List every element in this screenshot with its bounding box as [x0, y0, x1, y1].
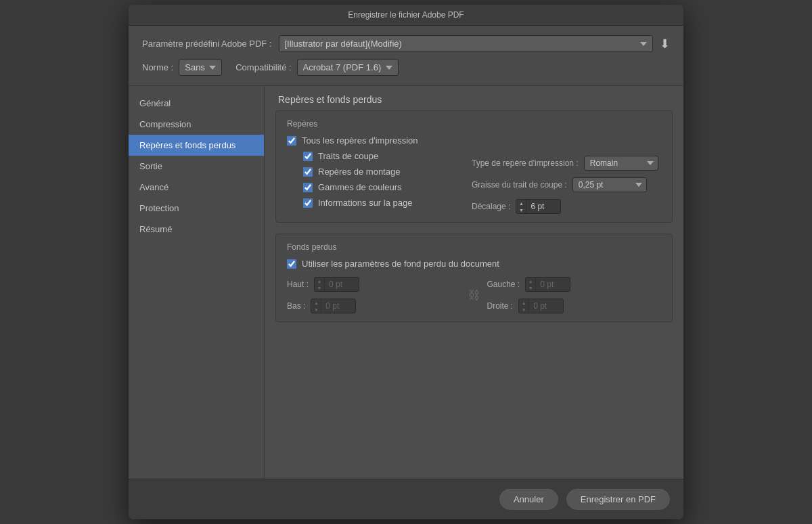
sub-checkboxes: Traits de coupe Repères de montage Gamme…	[303, 151, 458, 208]
fonds-center: ⛓	[468, 288, 480, 303]
tous-reperes-row: Tous les repères d'impression	[287, 135, 458, 146]
section-header: Repères et fonds perdus	[265, 86, 683, 110]
infos-page-label[interactable]: Informations sur la page	[318, 198, 412, 208]
save-button[interactable]: Enregistrer en PDF	[566, 489, 670, 510]
reperes-layout: Tous les repères d'impression Traits de …	[287, 135, 661, 214]
preset-select[interactable]: [Illustrator par défaut](Modifié)	[279, 35, 654, 52]
main-content: Général Compression Repères et fonds per…	[129, 86, 683, 479]
haut-label: Haut :	[287, 280, 309, 289]
preset-label: Paramètre prédéfini Adobe PDF :	[142, 39, 272, 49]
gauche-label: Gauche :	[487, 280, 520, 289]
gammes-label[interactable]: Gammes de couleurs	[318, 182, 402, 192]
droite-label: Droite :	[487, 301, 514, 311]
fonds-left: Haut : ▲ ▼ 0 pt Bas :	[287, 277, 461, 313]
sidebar-item-label: Sortie	[139, 161, 162, 171]
norme-row: Norme : Sans Compatibilité : Acrobat 7 (…	[142, 59, 670, 76]
title-bar: Enregistrer le fichier Adobe PDF	[129, 5, 683, 26]
footer: Annuler Enregistrer en PDF	[129, 479, 683, 519]
haut-value: 0 pt	[325, 278, 359, 290]
haut-arrows: ▲ ▼	[315, 278, 325, 291]
haut-up-arrow[interactable]: ▲	[315, 278, 324, 284]
norme-label: Norme :	[142, 62, 173, 72]
sidebar-item-label: Avancé	[139, 182, 168, 192]
top-section: Paramètre prédéfini Adobe PDF : [Illustr…	[129, 26, 683, 86]
graisse-row: Graisse du trait de coupe : 0,25 pt	[472, 177, 661, 192]
cancel-button[interactable]: Annuler	[499, 489, 558, 510]
infos-page-checkbox[interactable]	[303, 198, 313, 208]
graisse-select[interactable]: 0,25 pt	[572, 177, 647, 192]
sidebar-item-general[interactable]: Général	[129, 93, 264, 114]
sidebar-item-protection[interactable]: Protection	[129, 198, 264, 219]
gammes-row: Gammes de couleurs	[303, 182, 458, 192]
tous-reperes-label[interactable]: Tous les repères d'impression	[302, 135, 418, 146]
reperes-left: Tous les repères d'impression Traits de …	[287, 135, 458, 214]
norme-group: Norme : Sans	[142, 59, 222, 76]
dialog: Enregistrer le fichier Adobe PDF Paramèt…	[129, 5, 683, 519]
utiliser-params-checkbox[interactable]	[287, 259, 296, 269]
gauche-up-arrow[interactable]: ▲	[526, 278, 535, 284]
traits-coupe-label[interactable]: Traits de coupe	[318, 151, 378, 161]
gauche-row: Gauche : ▲ ▼ 0 pt	[487, 277, 662, 292]
bas-spinbox: ▲ ▼ 0 pt	[311, 299, 356, 313]
compat-label: Compatibilité :	[235, 62, 291, 72]
fonds-perdus-header: Fonds perdus	[287, 242, 661, 252]
decalage-up-arrow[interactable]: ▲	[516, 200, 526, 206]
norme-select[interactable]: Sans	[179, 59, 222, 76]
type-repere-select[interactable]: Romain	[584, 156, 658, 171]
bas-arrows: ▲ ▼	[311, 299, 321, 313]
decalage-label: Décalage :	[472, 202, 510, 211]
sidebar-item-reperes[interactable]: Repères et fonds perdus	[129, 135, 264, 156]
haut-down-arrow[interactable]: ▼	[315, 284, 324, 291]
fonds-right: Gauche : ▲ ▼ 0 pt Droite :	[487, 277, 662, 313]
reperes-right: Type de repère d'impression : Romain Gra…	[472, 135, 661, 214]
gauche-down-arrow[interactable]: ▼	[526, 284, 535, 291]
bas-down-arrow[interactable]: ▼	[311, 306, 321, 313]
preset-row: Paramètre prédéfini Adobe PDF : [Illustr…	[142, 35, 670, 52]
droite-row: Droite : ▲ ▼ 0 pt	[487, 299, 662, 313]
decalage-value: 6 pt	[526, 200, 560, 213]
sidebar: Général Compression Repères et fonds per…	[129, 86, 264, 479]
droite-value: 0 pt	[529, 300, 563, 312]
droite-spinbox: ▲ ▼ 0 pt	[518, 299, 564, 313]
decalage-down-arrow[interactable]: ▼	[516, 206, 526, 213]
sidebar-item-compression[interactable]: Compression	[129, 114, 264, 135]
droite-down-arrow[interactable]: ▼	[519, 306, 528, 313]
fonds-grid: Haut : ▲ ▼ 0 pt Bas :	[287, 277, 661, 313]
gammes-checkbox[interactable]	[303, 183, 313, 192]
tous-reperes-checkbox[interactable]	[287, 136, 296, 146]
bas-label: Bas :	[287, 301, 305, 311]
haut-row: Haut : ▲ ▼ 0 pt	[287, 277, 461, 292]
download-icon[interactable]: ⬇	[660, 37, 670, 51]
sidebar-item-label: Général	[139, 98, 171, 108]
reperes-group-header: Repères	[287, 119, 661, 129]
traits-coupe-checkbox[interactable]	[303, 152, 313, 161]
bas-up-arrow[interactable]: ▲	[311, 299, 321, 306]
droite-up-arrow[interactable]: ▲	[519, 299, 528, 306]
reperes-group: Repères Tous les repères d'impression	[275, 110, 673, 223]
compat-select[interactable]: Acrobat 7 (PDF 1.6)	[297, 59, 399, 76]
graisse-label: Graisse du trait de coupe :	[472, 180, 567, 190]
traits-coupe-row: Traits de coupe	[303, 151, 458, 161]
compat-group: Compatibilité : Acrobat 7 (PDF 1.6)	[235, 59, 398, 76]
decalage-row: Décalage : ▲ ▼ 6 pt	[472, 199, 661, 214]
droite-arrows: ▲ ▼	[519, 299, 529, 313]
haut-spinbox: ▲ ▼ 0 pt	[314, 277, 359, 292]
reperes-montage-checkbox[interactable]	[303, 167, 313, 177]
gauche-value: 0 pt	[536, 278, 570, 290]
content-area: Repères et fonds perdus Repères Tous les…	[264, 86, 683, 479]
gauche-arrows: ▲ ▼	[526, 278, 536, 291]
type-repere-label: Type de repère d'impression :	[472, 158, 579, 168]
dialog-title: Enregistrer le fichier Adobe PDF	[348, 10, 464, 20]
utiliser-params-label[interactable]: Utiliser les paramètres de fond perdu du…	[302, 259, 499, 269]
link-icon: ⛓	[468, 288, 480, 303]
sidebar-item-avance[interactable]: Avancé	[129, 177, 264, 198]
infos-page-row: Informations sur la page	[303, 198, 458, 208]
type-repere-row: Type de repère d'impression : Romain	[472, 156, 661, 171]
sidebar-item-label: Compression	[139, 119, 191, 129]
sidebar-item-resume[interactable]: Résumé	[129, 219, 264, 240]
sidebar-item-label: Protection	[139, 203, 179, 213]
bas-row: Bas : ▲ ▼ 0 pt	[287, 299, 461, 313]
reperes-montage-label[interactable]: Repères de montage	[318, 167, 400, 177]
gauche-spinbox: ▲ ▼ 0 pt	[525, 277, 570, 292]
sidebar-item-sortie[interactable]: Sortie	[129, 156, 264, 177]
